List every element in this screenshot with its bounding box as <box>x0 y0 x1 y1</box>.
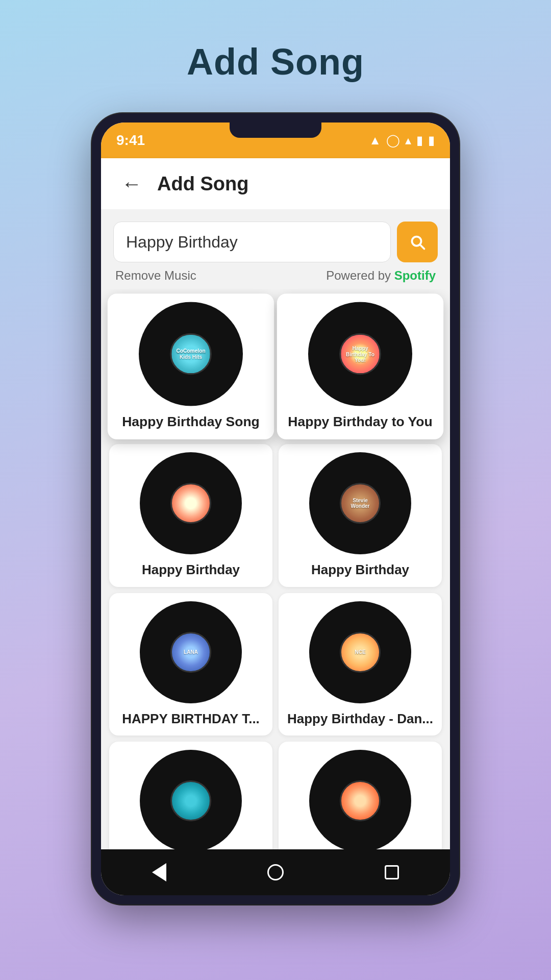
vinyl-center-2: Happy Birthday To You! <box>339 333 381 375</box>
wifi-icon: ▴ <box>405 133 411 148</box>
signal-icon: ▮ <box>416 133 423 148</box>
search-row <box>113 222 438 262</box>
vinyl-center-1: CoComelon Kids Hits <box>170 333 212 375</box>
vinyl-disc-4: Stevie Wonder <box>309 452 411 554</box>
song-title-5: HAPPY BIRTHDAY T... <box>122 710 260 728</box>
results-grid: CoComelon Kids Hits Happy Birthday Song … <box>101 289 450 849</box>
vinyl-disc-3 <box>140 452 242 554</box>
song-title-4: Happy Birthday <box>311 561 409 579</box>
vinyl-disc-8 <box>309 750 411 849</box>
status-time: 9:41 <box>116 132 145 149</box>
song-title-3: Happy Birthday <box>142 561 240 579</box>
search-button[interactable] <box>397 222 438 262</box>
vinyl-wrap-7 <box>140 750 242 849</box>
sim-icon: ◯ <box>386 133 400 148</box>
vinyl-label-6: NCE <box>341 633 379 671</box>
song-card-7[interactable] <box>109 742 272 849</box>
vinyl-wrap-5: LANA <box>140 601 242 703</box>
vinyl-center-3 <box>170 483 211 524</box>
vinyl-center-7 <box>170 780 211 821</box>
vinyl-wrap-6: NCE <box>309 601 411 703</box>
phone-frame: 9:41 ▲ ◯ ▴ ▮ ▮ ← Add Song <box>92 113 459 904</box>
phone-screen: 9:41 ▲ ◯ ▴ ▮ ▮ ← Add Song <box>101 122 450 895</box>
vinyl-disc-2: Happy Birthday To You! <box>308 302 412 406</box>
vinyl-wrap-3 <box>140 452 242 554</box>
powered-by-label: Powered by Spotify <box>326 268 436 283</box>
bottom-nav <box>101 849 450 895</box>
vinyl-label-1: CoComelon Kids Hits <box>171 335 210 373</box>
vinyl-center-6: NCE <box>340 632 381 673</box>
vinyl-center-4: Stevie Wonder <box>340 483 381 524</box>
song-title-2: Happy Birthday to You <box>288 413 432 431</box>
remove-music-label[interactable]: Remove Music <box>115 268 196 283</box>
vinyl-wrap-8 <box>309 750 411 849</box>
status-icons: ▲ ◯ ▴ ▮ ▮ <box>369 133 435 148</box>
nav-back-icon <box>152 863 166 881</box>
results-row-3: LANA HAPPY BIRTHDAY T... NCE <box>109 593 442 736</box>
vinyl-label-3 <box>172 484 210 522</box>
page-title: Add Song <box>187 41 364 83</box>
vinyl-label-2: Happy Birthday To You! <box>341 335 379 373</box>
vinyl-center-5: LANA <box>170 632 211 673</box>
vinyl-label-8 <box>341 782 379 820</box>
vinyl-disc-5: LANA <box>140 601 242 703</box>
song-card-6[interactable]: NCE Happy Birthday - Dan... <box>279 593 442 736</box>
song-card-2[interactable]: Happy Birthday To You! Happy Birthday to… <box>277 293 443 439</box>
nav-recent-button[interactable] <box>377 857 407 888</box>
results-row-2: Happy Birthday Stevie Wonder Happy Birth… <box>109 444 442 587</box>
vinyl-label-7 <box>172 782 210 820</box>
back-button[interactable]: ← <box>116 168 147 199</box>
spotify-label: Spotify <box>394 268 436 282</box>
search-input[interactable] <box>113 222 391 262</box>
vinyl-wrap-4: Stevie Wonder <box>309 452 411 554</box>
battery-icon: ▮ <box>428 133 435 148</box>
nav-recent-icon <box>385 865 399 879</box>
nav-back-button[interactable] <box>144 857 174 888</box>
song-card-3[interactable]: Happy Birthday <box>109 444 272 587</box>
search-icon <box>408 233 427 251</box>
vinyl-disc-1: CoComelon Kids Hits <box>139 302 243 406</box>
vinyl-disc-7 <box>140 750 242 849</box>
vinyl-label-5: LANA <box>172 633 210 671</box>
song-title-6: Happy Birthday - Dan... <box>287 710 433 728</box>
app-bar-title: Add Song <box>157 173 248 195</box>
song-card-4[interactable]: Stevie Wonder Happy Birthday <box>279 444 442 587</box>
vinyl-wrap-2: Happy Birthday To You! <box>308 302 412 406</box>
results-row-1: CoComelon Kids Hits Happy Birthday Song … <box>109 295 442 438</box>
song-card-5[interactable]: LANA HAPPY BIRTHDAY T... <box>109 593 272 736</box>
vinyl-disc-6: NCE <box>309 601 411 703</box>
song-card-8[interactable] <box>279 742 442 849</box>
vinyl-label-4: Stevie Wonder <box>341 484 379 522</box>
results-row-4 <box>109 742 442 849</box>
song-card-1[interactable]: CoComelon Kids Hits Happy Birthday Song <box>108 293 274 439</box>
nav-home-button[interactable] <box>260 857 291 888</box>
notification-icon: ▲ <box>369 133 381 148</box>
phone-notch <box>230 122 321 138</box>
vinyl-wrap-1: CoComelon Kids Hits <box>139 302 243 406</box>
nav-home-icon <box>267 864 284 880</box>
search-meta: Remove Music Powered by Spotify <box>113 262 438 285</box>
search-area: Remove Music Powered by Spotify <box>101 209 450 289</box>
app-bar: ← Add Song <box>101 158 450 209</box>
vinyl-center-8 <box>340 780 381 821</box>
song-title-1: Happy Birthday Song <box>122 413 260 431</box>
